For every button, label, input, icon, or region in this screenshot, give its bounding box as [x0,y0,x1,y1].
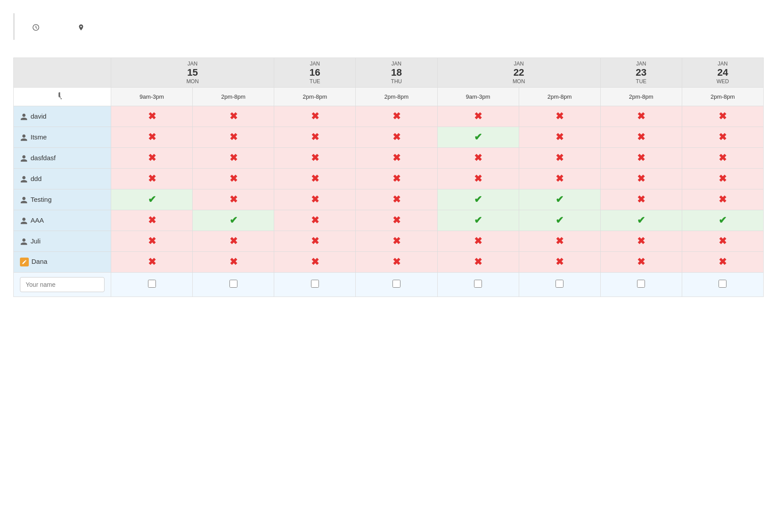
data-cell: ✖ [682,148,763,169]
cross-mark: ✖ [229,152,237,163]
check-mark: ✔ [719,215,726,226]
cross-mark: ✖ [474,235,482,247]
cross-mark: ✖ [229,194,237,205]
vote-until-block [32,22,42,31]
vote-checkbox-cell[interactable] [193,273,274,297]
cross-mark: ✖ [392,111,400,122]
time-2pm8pm-2: 2pm-8pm [274,88,356,106]
cross-mark: ✖ [637,131,645,143]
cross-mark: ✖ [311,131,319,143]
cross-mark: ✖ [311,173,319,184]
header-name-cell [14,58,111,88]
vote-checkbox-cell[interactable] [600,273,682,297]
data-cell: ✔ [682,210,763,231]
table-row: Dana✖✖✖✖✖✖✖✖ [14,252,764,273]
check-mark: ✔ [474,194,482,205]
cross-mark: ✖ [637,152,645,163]
cross-mark: ✖ [392,173,400,184]
data-cell: ✖ [519,106,600,127]
cross-mark: ✖ [311,111,319,122]
cross-mark: ✖ [556,235,563,247]
cross-mark: ✖ [719,256,726,267]
time-9am3pm-2: 9am-3pm [437,88,519,106]
row-name: AAA [14,210,111,231]
cross-mark: ✖ [229,235,237,247]
data-cell: ✖ [682,169,763,189]
data-cell: ✔ [193,210,274,231]
vote-checkbox-cell[interactable] [111,273,193,297]
person-icon [20,113,28,121]
person-icon [20,134,28,142]
data-cell: ✖ [600,189,682,210]
data-cell: ✖ [356,210,437,231]
table-row: Testing✔✖✖✖✔✔✖✖ [14,189,764,210]
data-cell: ✖ [274,148,356,169]
person-icon [20,175,28,183]
data-cell: ✖ [274,169,356,189]
vote-checkbox-cell[interactable] [519,273,600,297]
data-cell: ✖ [519,252,600,273]
data-cell: ✖ [111,231,193,252]
cross-mark: ✖ [474,152,482,163]
vote-checkbox[interactable] [392,280,400,288]
data-cell: ✖ [437,106,519,127]
time-2pm8pm-6: 2pm-8pm [682,88,763,106]
vote-checkbox-cell[interactable] [682,273,763,297]
data-cell: ✖ [274,106,356,127]
data-cell: ✖ [600,169,682,189]
check-mark: ✔ [474,131,482,143]
date-jan23: JAN 23 TUE [600,58,682,88]
date-jan24: JAN 24 WED [682,58,763,88]
vote-checkbox[interactable] [719,280,726,288]
cross-mark: ✖ [474,173,482,184]
data-cell: ✖ [111,210,193,231]
vote-checkbox[interactable] [311,280,319,288]
vote-checkbox[interactable] [148,280,156,288]
cross-mark: ✖ [392,256,400,267]
row-name: Testing [14,189,111,210]
data-cell: ✖ [193,106,274,127]
data-cell: ✖ [274,252,356,273]
data-cell: ✔ [519,189,600,210]
voting-table: JAN 15 MON JAN 16 TUE JAN 18 THU JAN [13,58,764,297]
cross-mark: ✖ [148,152,156,163]
data-cell: ✖ [274,189,356,210]
row-name: Juli [14,231,111,252]
data-cell: ✖ [193,169,274,189]
vote-checkbox-cell[interactable] [274,273,356,297]
data-cell: ✖ [682,106,763,127]
data-cell: ✖ [437,231,519,252]
cross-mark: ✖ [719,173,726,184]
check-mark: ✔ [148,194,156,205]
pin-icon [55,90,70,104]
time-2pm8pm-1: 2pm-8pm [193,88,274,106]
cross-mark: ✖ [392,235,400,247]
vote-checkbox[interactable] [637,280,645,288]
row-name: Itsme [14,127,111,148]
header-section [13,13,764,40]
data-cell: ✔ [111,189,193,210]
data-cell: ✖ [111,127,193,148]
vote-checkbox[interactable] [556,280,563,288]
check-mark: ✔ [229,215,237,226]
cross-mark: ✖ [556,111,563,122]
vote-checkbox-cell[interactable] [356,273,437,297]
person-icon [20,196,28,204]
your-name-input[interactable] [20,277,105,292]
data-cell: ✖ [111,148,193,169]
data-cell: ✖ [356,169,437,189]
vote-checkbox[interactable] [229,280,237,288]
date-jan18: JAN 18 THU [356,58,437,88]
data-cell: ✖ [274,127,356,148]
cross-mark: ✖ [637,235,645,247]
vote-checkbox[interactable] [474,280,482,288]
your-name-input-cell[interactable] [14,273,111,297]
vote-checkbox-cell[interactable] [437,273,519,297]
data-cell: ✖ [437,148,519,169]
pencil-icon [20,258,29,266]
data-cell: ✖ [274,210,356,231]
data-cell: ✖ [519,169,600,189]
cross-mark: ✖ [229,173,237,184]
cross-mark: ✖ [311,152,319,163]
person-icon [20,238,28,246]
